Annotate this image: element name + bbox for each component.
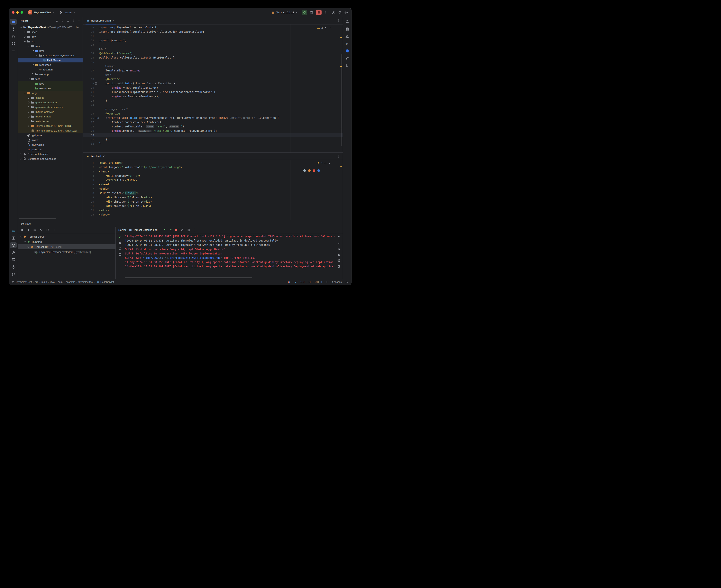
settings-button[interactable]: [344, 10, 348, 15]
redeploy-icon[interactable]: [181, 228, 184, 232]
code-line-11[interactable]: 11 <div th:case="3">I am 3</div>: [83, 204, 343, 208]
tree-item-java[interactable]: java: [18, 48, 83, 53]
more-actions-button[interactable]: [324, 10, 328, 15]
collapse-all-icon[interactable]: [27, 228, 30, 232]
code-line-15[interactable]: 15public class HelloServlet extends Http…: [83, 56, 343, 60]
code-line-2[interactable]: 2<html lang="en" xmlns:th="http://www.th…: [83, 165, 343, 169]
tree-item-mvn[interactable]: .mvn: [18, 34, 83, 39]
user-button[interactable]: [332, 10, 336, 15]
run-configuration-selector[interactable]: Tomcat 10.1.23: [270, 10, 299, 15]
tree-chevron-icon[interactable]: [19, 157, 23, 161]
docker-icon[interactable]: [10, 228, 17, 234]
browser-chrome-icon[interactable]: [303, 169, 306, 172]
catalina-log-tab[interactable]: Tomcat Catalina Log: [129, 228, 157, 232]
project-panel-title[interactable]: Project: [20, 19, 28, 22]
hide-icon[interactable]: [77, 19, 81, 22]
tree-chevron-icon[interactable]: [27, 115, 30, 118]
ai-assistant-icon[interactable]: [344, 47, 350, 54]
tree-item-java[interactable]: java: [18, 81, 83, 86]
code-line-13[interactable]: 13: [83, 42, 343, 47]
service-item-tomcat-server[interactable]: Tomcat Server: [18, 234, 115, 239]
search-everywhere-button[interactable]: [338, 10, 342, 15]
tab-options-icon[interactable]: [337, 19, 340, 22]
line-separator[interactable]: LF: [309, 280, 312, 284]
inspections-widget-java[interactable]: 2: [316, 26, 332, 29]
breadcrumb-example[interactable]: example: [66, 280, 75, 284]
tree-chevron-icon[interactable]: [27, 245, 30, 249]
print-icon[interactable]: [337, 259, 341, 262]
code-line-10[interactable]: 10 <div th:case="2">I am 2</div>: [83, 200, 343, 204]
project-tree-hscrollbar[interactable]: [19, 218, 56, 219]
code-line-11[interactable]: 11: [83, 34, 343, 38]
filter-icon[interactable]: [40, 228, 43, 232]
tree-chevron-icon[interactable]: [23, 35, 27, 38]
terminal-icon[interactable]: [10, 256, 17, 263]
tree-item-external-libraries[interactable]: External Libraries: [18, 152, 83, 156]
tree-item-src[interactable]: src: [18, 39, 83, 44]
debug-rerun-icon[interactable]: [168, 228, 172, 232]
device-manager-icon[interactable]: [344, 62, 350, 68]
console-link[interactable]: http://www.slf4j.org/codes.html#StaticLo…: [143, 256, 222, 259]
tab-test-html[interactable]: <> test.html: [84, 153, 107, 160]
server-tab[interactable]: Server: [119, 228, 126, 231]
more-vertical-icon[interactable]: [193, 228, 196, 232]
tree-chevron-icon[interactable]: [35, 54, 38, 57]
stop-icon[interactable]: [174, 228, 178, 232]
refresh-icon[interactable]: [119, 247, 122, 250]
console-output[interactable]: 14-May-2024 13:31:28.453 INFO [RMI TCP C…: [124, 233, 335, 277]
code-line-19[interactable]: 19 public void init() throws ServletExce…: [83, 81, 343, 86]
tree-item-classes[interactable]: classes: [18, 95, 83, 100]
stop-button[interactable]: [316, 9, 321, 15]
breadcrumb-src[interactable]: src: [35, 280, 38, 284]
plugin-icon[interactable]: [288, 280, 291, 284]
tree-chevron-icon[interactable]: [23, 30, 27, 34]
service-item-running[interactable]: Running: [18, 239, 115, 244]
rerun-icon[interactable]: [162, 228, 166, 232]
swap-icon[interactable]: [119, 241, 122, 245]
tree-chevron-icon[interactable]: [23, 240, 27, 244]
tree-chevron-icon[interactable]: [31, 63, 35, 66]
tree-item-com-example-thymeleaftest[interactable]: com.example.thymeleaftest: [18, 53, 83, 58]
dependencies-icon[interactable]: [344, 33, 350, 40]
breadcrumb-com[interactable]: com: [58, 280, 63, 284]
project-widget[interactable]: TT ThymeleafTest: [27, 9, 56, 15]
tree-item-generated-sources[interactable]: generated-sources: [18, 100, 83, 105]
pull-requests-icon[interactable]: [10, 33, 17, 40]
console-hscroll-thumb[interactable]: [125, 277, 252, 278]
project-tool-icon[interactable]: [10, 19, 17, 25]
tree-chevron-icon[interactable]: [19, 26, 23, 29]
code-line-30[interactable]: 30: [83, 133, 343, 137]
close-tab-icon[interactable]: [102, 155, 105, 158]
service-item-thymeleaftest-war-exploded[interactable]: ThymeleafTest:war exploded[Synchronized]: [18, 249, 115, 254]
code-line-7[interactable]: 7<body>: [83, 187, 343, 191]
todo-icon[interactable]: [10, 235, 17, 241]
softwrap-icon[interactable]: [337, 247, 341, 250]
tree-item-gitignore[interactable]: .gitignore: [18, 133, 83, 138]
breadcrumb-thymeleaftest[interactable]: thymeleaftest: [79, 280, 93, 284]
chevron-down-icon[interactable]: [29, 20, 32, 22]
column-mode-icon[interactable]: [325, 280, 328, 284]
tree-item-pom-xml[interactable]: mpom.xml: [18, 147, 83, 152]
tree-item-helloservlet[interactable]: CHelloServlet: [18, 58, 83, 62]
tree-item-test-html[interactable]: <>test.html: [18, 67, 83, 72]
debug-button[interactable]: [310, 10, 314, 15]
add-icon[interactable]: [52, 228, 56, 232]
clear-icon[interactable]: [337, 265, 341, 268]
code-line-27[interactable]: 27 Context context = new Context();: [83, 120, 343, 124]
close-tab-icon[interactable]: [112, 19, 115, 22]
browser-firefox-icon[interactable]: [308, 169, 311, 172]
locate-icon[interactable]: [56, 19, 59, 22]
tree-item-scratches-and-consoles[interactable]: Scratches and Consoles: [18, 156, 83, 161]
collapse-all-icon[interactable]: [66, 19, 70, 22]
code-line-22[interactable]: 22 engine.setTemplateResolver(r);: [83, 94, 343, 99]
git-icon[interactable]: [10, 271, 17, 277]
code-line-32[interactable]: 32}: [83, 142, 343, 146]
run-button[interactable]: [302, 9, 307, 15]
browser-opera-icon[interactable]: [313, 169, 315, 172]
code-line-20[interactable]: 20 engine = new TemplateEngine();: [83, 86, 343, 90]
tree-chevron-icon[interactable]: [20, 235, 23, 238]
browser-edge-icon[interactable]: [317, 169, 320, 172]
close-window-button[interactable]: [12, 11, 15, 14]
code-line-8[interactable]: 8<div th:switch="${eval}">: [83, 191, 343, 195]
maven-icon[interactable]: m: [344, 40, 350, 47]
